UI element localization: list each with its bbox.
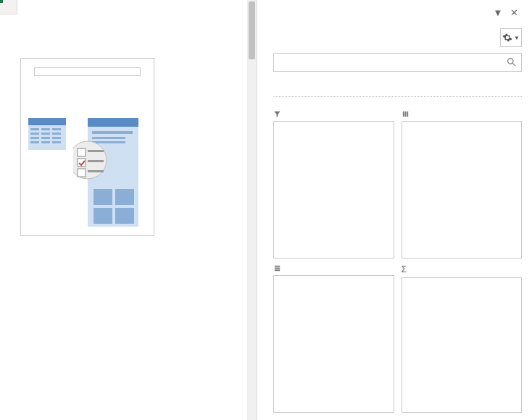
sheet-scrollbar[interactable] xyxy=(247,0,257,420)
columns-area[interactable] xyxy=(402,110,523,259)
svg-rect-11 xyxy=(30,141,39,143)
svg-rect-2 xyxy=(30,128,39,130)
svg-rect-28 xyxy=(93,208,112,224)
svg-rect-5 xyxy=(30,133,39,135)
svg-rect-37 xyxy=(275,269,280,271)
svg-rect-18 xyxy=(92,141,125,143)
drop-areas: Σ xyxy=(273,110,522,413)
svg-rect-3 xyxy=(41,128,50,130)
pivot-placeholder xyxy=(20,58,154,236)
svg-rect-4 xyxy=(52,128,61,130)
values-area[interactable]: Σ xyxy=(402,264,523,413)
svg-rect-6 xyxy=(41,133,50,135)
svg-rect-23 xyxy=(88,150,104,152)
svg-rect-34 xyxy=(407,112,408,117)
svg-point-30 xyxy=(508,59,514,64)
panel-menu-button[interactable]: ▼ xyxy=(490,7,506,18)
close-icon[interactable]: ✕ xyxy=(506,7,522,18)
search-icon[interactable] xyxy=(506,56,517,70)
sigma-icon: Σ xyxy=(402,264,407,274)
svg-rect-33 xyxy=(404,112,406,117)
svg-rect-27 xyxy=(115,189,134,205)
columns-icon xyxy=(402,110,410,118)
svg-rect-10 xyxy=(52,137,61,139)
pivot-instruction xyxy=(27,83,148,108)
rows-icon xyxy=(273,264,281,272)
svg-rect-12 xyxy=(41,141,50,143)
pivottable-fields-panel: ▼ ✕ ▼ xyxy=(257,0,532,420)
svg-rect-15 xyxy=(88,118,138,127)
svg-line-31 xyxy=(512,63,515,66)
gear-icon xyxy=(502,33,512,43)
svg-rect-8 xyxy=(30,137,39,139)
svg-rect-1 xyxy=(28,118,66,125)
search-input[interactable] xyxy=(274,54,521,71)
row-headers xyxy=(0,14,17,420)
table-illustration-icon xyxy=(28,118,66,150)
svg-rect-35 xyxy=(275,266,280,267)
svg-rect-13 xyxy=(52,141,61,143)
fieldlist-illustration-icon xyxy=(73,118,138,227)
tools-button[interactable]: ▼ xyxy=(500,28,522,47)
select-all-corner[interactable] xyxy=(0,0,17,14)
svg-rect-32 xyxy=(402,112,404,117)
svg-rect-16 xyxy=(92,131,133,134)
filter-icon xyxy=(273,110,281,118)
pivot-illustration xyxy=(27,118,148,227)
svg-rect-26 xyxy=(93,189,112,205)
spreadsheet-area xyxy=(0,0,257,420)
svg-rect-22 xyxy=(78,169,86,177)
svg-rect-9 xyxy=(41,137,50,139)
column-headers xyxy=(17,0,257,14)
pivot-title xyxy=(34,67,141,76)
svg-rect-17 xyxy=(92,137,125,139)
svg-rect-7 xyxy=(52,133,61,135)
rows-area[interactable] xyxy=(273,264,394,413)
search-box[interactable] xyxy=(273,53,522,72)
svg-rect-29 xyxy=(115,208,134,224)
filters-area[interactable] xyxy=(273,110,394,259)
svg-rect-24 xyxy=(88,160,104,162)
svg-rect-20 xyxy=(78,148,86,156)
svg-rect-25 xyxy=(88,170,104,172)
separator xyxy=(273,96,522,97)
svg-rect-36 xyxy=(275,268,280,269)
